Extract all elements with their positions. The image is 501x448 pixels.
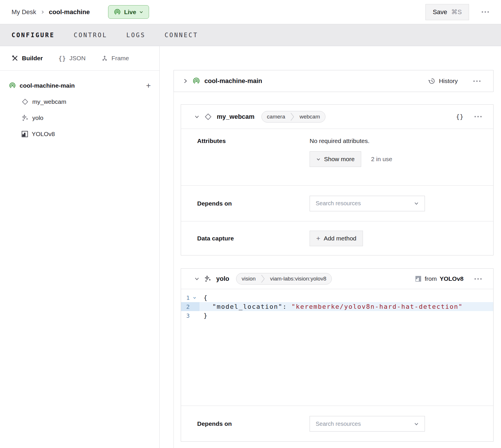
- code-separator: :: [282, 303, 291, 310]
- add-resource-button[interactable]: +: [146, 82, 151, 90]
- machine-part-icon: [192, 77, 200, 85]
- chevron-down-icon: [139, 10, 144, 14]
- camera-component-icon: [21, 98, 29, 106]
- search-resources-placeholder: Search resources: [316, 421, 361, 427]
- module-icon: [415, 275, 422, 282]
- search-resources-placeholder: Search resources: [316, 200, 361, 207]
- view-tab-json-label: JSON: [69, 55, 86, 62]
- collapse-chevron-down-icon[interactable]: [194, 114, 199, 119]
- breadcrumb-org[interactable]: My Desk: [12, 8, 36, 16]
- webcam-data-capture-section: Data capture + Add method: [181, 221, 493, 255]
- content-area: Builder {} JSON Frame: [0, 46, 501, 448]
- gutter-line-2: 2: [181, 302, 199, 311]
- viam-configure-page: My Desk cool-machine Live Save ⌘S CONFI: [0, 0, 501, 448]
- tree-item-module[interactable]: YOLOv8: [0, 126, 159, 142]
- code-line-1[interactable]: 1 {: [181, 293, 493, 302]
- plus-icon: +: [316, 235, 320, 242]
- tab-logs[interactable]: LOGS: [126, 30, 146, 40]
- tree-item-webcam[interactable]: my_webcam: [0, 94, 159, 110]
- tab-connect[interactable]: CONNECT: [165, 30, 198, 40]
- in-use-count: 2 in use: [371, 156, 392, 163]
- data-capture-label: Data capture: [181, 235, 310, 242]
- depends-on-label: Depends on: [181, 200, 310, 207]
- add-method-label: Add method: [324, 235, 356, 242]
- webcam-depends-select[interactable]: Search resources: [310, 196, 425, 211]
- breadcrumb-chevron-icon: [40, 10, 45, 14]
- history-button[interactable]: History: [428, 77, 458, 85]
- webcam-card-actions: {}: [456, 113, 485, 120]
- save-shortcut: ⌘S: [451, 8, 462, 16]
- tab-control[interactable]: CONTROL: [74, 30, 108, 40]
- line-number: 1: [181, 294, 190, 301]
- save-label: Save: [433, 8, 447, 16]
- yolo-card-actions: from YOLOv8: [415, 275, 485, 283]
- yolo-card-header: yolo vision viam-labs:vision:yolov8 fro: [181, 269, 493, 289]
- machine-status-live-badge[interactable]: Live: [108, 5, 149, 19]
- webcam-depends-section: Depends on Search resources: [181, 186, 493, 221]
- chevron-down-icon: [316, 157, 321, 161]
- config-main-panel: cool-machine-main History: [160, 46, 501, 448]
- webcam-component-card: my_webcam camera webcam {} Attributes No…: [181, 104, 494, 255]
- yolo-model-tag: viam-labs:vision:yolov8: [265, 276, 332, 282]
- webcam-card-title: my_webcam: [217, 113, 255, 121]
- attributes-label: Attributes: [181, 138, 310, 144]
- webcam-attributes-section: Attributes No required attributes. Show …: [181, 129, 493, 186]
- code-string-value: "keremberke/yolov8n-hard-hat-detection": [291, 303, 463, 310]
- webcam-menu-button[interactable]: [472, 113, 485, 120]
- code-line-3[interactable]: 3 }: [181, 311, 493, 320]
- depends-on-label: Depends on: [181, 420, 310, 427]
- part-title: cool-machine-main: [204, 77, 262, 85]
- code-line-2[interactable]: 2 "model_location": "keremberke/yolov8n-…: [181, 302, 493, 311]
- show-more-button[interactable]: Show more: [310, 151, 361, 167]
- line-number: 3: [181, 312, 190, 319]
- tree-item-main-part[interactable]: cool-machine-main +: [0, 78, 159, 94]
- attributes-content: No required attributes. Show more 2 in u…: [310, 138, 392, 167]
- add-method-button[interactable]: + Add method: [310, 231, 363, 246]
- section-tab-bar: CONFIGURE CONTROL LOGS CONNECT: [0, 24, 501, 46]
- view-tab-frame-label: Frame: [112, 55, 129, 62]
- fold-chevron-icon[interactable]: [193, 296, 196, 300]
- part-indent-rail: [174, 92, 174, 448]
- collapse-chevron-right-icon[interactable]: [182, 78, 188, 84]
- yolo-card-title: yolo: [216, 275, 229, 283]
- sidebar: Builder {} JSON Frame: [0, 46, 160, 448]
- tree-item-yolo-label: yolo: [32, 114, 44, 121]
- yolo-depends-select[interactable]: Search resources: [310, 416, 425, 432]
- view-tab-builder[interactable]: Builder: [12, 55, 43, 62]
- tree-item-yolo[interactable]: yolo: [0, 110, 159, 126]
- yolo-menu-button[interactable]: [472, 275, 485, 283]
- gutter-line-1: 1: [181, 293, 199, 302]
- from-module-name: YOLOv8: [440, 275, 464, 282]
- yolo-depends-section: Depends on Search resources: [181, 406, 493, 442]
- tab-configure[interactable]: CONFIGURE: [12, 30, 55, 40]
- builder-tools-icon: [12, 55, 18, 62]
- view-tab-builder-label: Builder: [22, 55, 43, 62]
- view-tab-frame[interactable]: Frame: [101, 55, 129, 62]
- webcam-model-tag: webcam: [294, 114, 325, 120]
- history-label: History: [439, 78, 458, 84]
- part-menu-button[interactable]: [470, 78, 483, 85]
- machine-part-icon: [9, 82, 16, 89]
- breadcrumb: My Desk cool-machine Live: [12, 5, 149, 19]
- tree-item-module-label: YOLOv8: [32, 131, 55, 138]
- chevron-down-icon: [414, 421, 419, 426]
- part-header-actions: History: [428, 77, 483, 85]
- braces-icon[interactable]: {}: [456, 113, 464, 120]
- line-number: 2: [181, 303, 190, 310]
- code-key: "model_location": [212, 303, 283, 310]
- yolo-attributes-code-editor[interactable]: 1 { 2 "model_location": "keremberke/y: [181, 289, 493, 406]
- live-icon: [114, 8, 121, 16]
- view-tab-json[interactable]: {} JSON: [58, 55, 86, 62]
- vision-service-icon: [21, 114, 29, 122]
- webcam-card-header: my_webcam camera webcam {}: [181, 105, 493, 129]
- yolo-service-card: yolo vision viam-labs:vision:yolov8 fro: [181, 268, 494, 442]
- collapse-chevron-down-icon[interactable]: [194, 276, 199, 281]
- tag-divider-icon: [261, 273, 265, 285]
- save-button[interactable]: Save ⌘S: [425, 4, 469, 20]
- gutter-line-3: 3: [181, 311, 199, 320]
- attributes-actions: Show more 2 in use: [310, 151, 392, 167]
- code-text: {: [199, 294, 208, 301]
- chevron-down-icon: [414, 201, 419, 206]
- more-menu-button[interactable]: [479, 8, 492, 16]
- resource-tree: cool-machine-main + my_webcam yolo: [0, 71, 159, 142]
